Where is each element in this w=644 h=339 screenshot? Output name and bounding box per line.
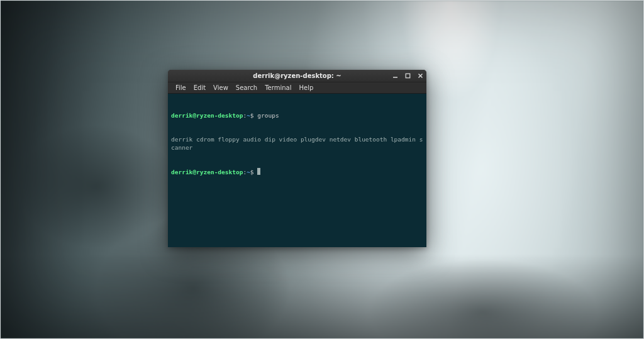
terminal-line: derrik@ryzen-desktop:~$ bbox=[171, 168, 423, 177]
minimize-icon bbox=[392, 73, 398, 79]
prompt-user-host: derrik@ryzen-desktop bbox=[171, 112, 243, 119]
menu-file[interactable]: File bbox=[172, 83, 190, 92]
close-button[interactable] bbox=[416, 72, 424, 80]
menu-view[interactable]: View bbox=[209, 83, 232, 92]
menubar: File Edit View Search Terminal Help bbox=[168, 82, 426, 94]
output-text: derrik cdrom floppy audio dip video plug… bbox=[171, 136, 423, 151]
close-icon bbox=[418, 73, 423, 79]
window-controls bbox=[391, 70, 424, 82]
window-title: derrik@ryzen-desktop: ~ bbox=[253, 72, 341, 79]
window-titlebar[interactable]: derrik@ryzen-desktop: ~ bbox=[168, 70, 426, 82]
terminal-window[interactable]: derrik@ryzen-desktop: ~ File Edit bbox=[168, 70, 426, 247]
terminal-line: derrik cdrom floppy audio dip video plug… bbox=[171, 136, 423, 152]
prompt-symbol: $ bbox=[250, 169, 254, 175]
menu-search[interactable]: Search bbox=[232, 83, 261, 92]
cursor-block bbox=[257, 168, 260, 175]
minimize-button[interactable] bbox=[391, 72, 399, 80]
menu-edit[interactable]: Edit bbox=[190, 83, 209, 92]
svg-rect-1 bbox=[406, 74, 410, 78]
maximize-button[interactable] bbox=[404, 72, 411, 80]
terminal-body[interactable]: derrik@ryzen-desktop:~$ groups derrik cd… bbox=[168, 94, 426, 247]
menu-terminal[interactable]: Terminal bbox=[261, 83, 295, 92]
maximize-icon bbox=[405, 73, 411, 79]
menu-help[interactable]: Help bbox=[295, 83, 317, 92]
prompt-symbol: $ bbox=[250, 112, 254, 119]
command-text: groups bbox=[257, 112, 279, 119]
prompt-user-host: derrik@ryzen-desktop bbox=[171, 169, 243, 175]
terminal-line: derrik@ryzen-desktop:~$ groups bbox=[171, 112, 423, 120]
